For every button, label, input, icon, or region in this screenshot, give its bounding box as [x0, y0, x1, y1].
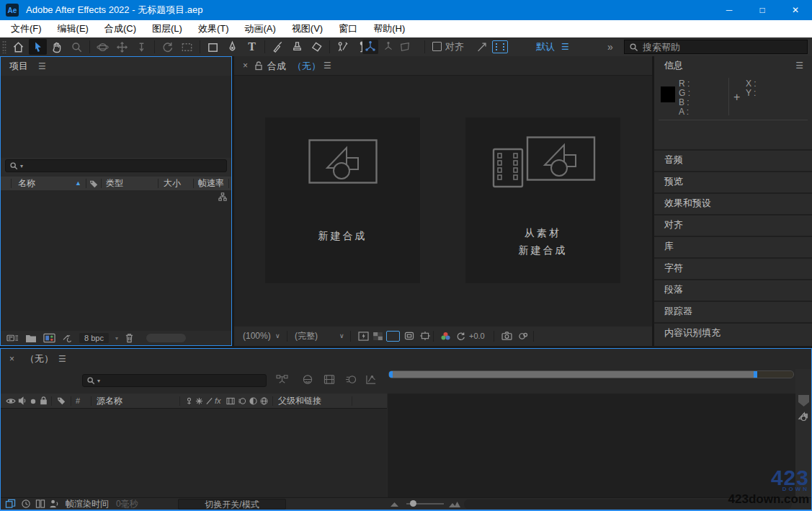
sort-ascending-icon[interactable]: ▲ — [75, 177, 81, 190]
fast-previews-icon[interactable] — [358, 332, 369, 341]
trash-icon[interactable] — [125, 333, 134, 343]
world-axis-mode-button[interactable] — [382, 40, 395, 53]
timeline-panel-menu-icon[interactable]: ☰ — [58, 349, 66, 369]
composition-tab-label[interactable]: 合成 — [267, 56, 286, 76]
project-panel-menu-icon[interactable]: ☰ — [38, 57, 46, 76]
timeline-tab-close-icon[interactable]: × — [9, 349, 14, 369]
clone-stamp-tool[interactable] — [288, 39, 306, 55]
exposure-value[interactable]: +0.0 — [469, 326, 485, 346]
new-composition-from-footage-tile[interactable]: 从素材 新建合成 — [465, 117, 620, 283]
column-type[interactable]: 类型 — [106, 177, 123, 190]
in-out-columns-icon[interactable] — [35, 499, 45, 509]
home-tool[interactable] — [9, 39, 27, 55]
capture-region-button[interactable] — [492, 40, 508, 53]
label-color-column-icon[interactable] — [89, 179, 98, 188]
panel-tab-align[interactable]: 对齐 — [654, 214, 812, 234]
panel-tab-paragraph[interactable]: 段落 — [654, 279, 812, 299]
timeline-layer-list-area[interactable] — [1, 409, 387, 497]
maximize-button[interactable]: □ — [746, 0, 779, 20]
eraser-tool[interactable] — [308, 39, 326, 55]
label-column-icon[interactable] — [57, 396, 66, 405]
menu-composition[interactable]: 合成(C) — [97, 20, 144, 37]
camera-roi-tool[interactable] — [178, 39, 196, 55]
footer-scrollbar-thumb[interactable] — [146, 334, 186, 342]
toggle-switches-modes-button[interactable]: 切换开关/模式 — [178, 499, 286, 510]
close-button[interactable]: ✕ — [779, 0, 812, 20]
flowchart-icon[interactable] — [218, 192, 227, 201]
frame-blending-icon[interactable] — [324, 374, 335, 385]
snapshot-camera-icon[interactable] — [501, 332, 512, 340]
panel-tab-tracker[interactable]: 跟踪器 — [654, 301, 812, 321]
view-axis-mode-button[interactable] — [398, 40, 411, 53]
region-of-interest-button[interactable] — [386, 331, 400, 342]
lock-icon[interactable] — [254, 61, 263, 71]
crop-region-icon[interactable] — [420, 332, 430, 340]
panel-tab-character[interactable]: 字符 — [654, 257, 812, 277]
selection-tool[interactable] — [29, 39, 47, 55]
zoom-tool[interactable] — [68, 39, 86, 55]
new-folder-icon[interactable] — [25, 334, 37, 343]
text-tool[interactable]: T — [243, 39, 261, 55]
workspace-menu-icon[interactable]: ☰ — [561, 37, 569, 56]
bit-depth-button[interactable]: 8 bpc — [79, 333, 109, 343]
audio-speaker-icon[interactable] — [18, 396, 27, 405]
composition-panel-menu-icon[interactable]: ☰ — [324, 56, 331, 76]
panel-tab-content-aware-fill[interactable]: 内容识别填充 — [654, 322, 812, 342]
tab-close-icon[interactable]: × — [243, 56, 248, 76]
proxy-icon[interactable] — [62, 334, 73, 343]
column-name[interactable]: 名称 — [18, 177, 35, 190]
project-search-box[interactable]: ▾ — [5, 159, 227, 172]
timeline-search-box[interactable]: ▾ — [82, 374, 267, 387]
local-axis-mode-button[interactable] — [362, 40, 378, 54]
menu-layer[interactable]: 图层(L) — [144, 20, 190, 37]
exposure-reset-icon[interactable] — [456, 332, 465, 341]
panel-tab-preview[interactable]: 预览 — [654, 171, 812, 191]
magnification-dropdown-icon[interactable]: ∨ — [275, 326, 280, 346]
channel-wheel-icon[interactable] — [440, 332, 451, 341]
roto-brush-tool[interactable] — [334, 39, 352, 55]
workspace-label[interactable]: 默认 — [536, 37, 555, 56]
resolution-dropdown[interactable]: (完整) — [295, 326, 318, 346]
timeline-zoom-slider-knob[interactable] — [410, 500, 416, 507]
column-framerate[interactable]: 帧速率 — [198, 177, 224, 190]
mask-visibility-icon[interactable] — [404, 332, 414, 340]
source-name-column[interactable]: 源名称 — [97, 394, 122, 409]
workspace-overflow-chevrons[interactable]: » — [607, 37, 613, 56]
lock-column-icon[interactable] — [40, 396, 48, 405]
menu-animation[interactable]: 动画(A) — [237, 20, 284, 37]
new-composition-tile[interactable]: 新建合成 — [265, 117, 420, 283]
zoom-out-mountain-icon[interactable] — [391, 502, 398, 507]
panel-tab-libraries[interactable]: 库 — [654, 236, 812, 256]
composition-tab-suffix[interactable]: （无） — [293, 56, 321, 76]
index-column-label[interactable]: # — [76, 394, 80, 409]
menu-view[interactable]: 视图(V) — [284, 20, 331, 37]
list-view-icon[interactable] — [6, 333, 19, 343]
parent-link-column[interactable]: 父级和链接 — [278, 394, 321, 409]
zoom-in-mountains-icon[interactable] — [449, 501, 460, 508]
comp-marker-bin-icon[interactable] — [798, 411, 809, 422]
composition-mini-flowchart-icon[interactable] — [276, 374, 288, 385]
motion-blur-icon[interactable] — [345, 374, 357, 385]
panel-tab-audio[interactable]: 音频 — [654, 149, 812, 169]
rectangle-tool[interactable] — [204, 39, 222, 55]
info-panel-menu-icon[interactable]: ☰ — [795, 56, 803, 75]
mask-shape-icon[interactable] — [476, 40, 488, 53]
menu-file[interactable]: 文件(F) — [3, 20, 50, 37]
timeline-tab-label[interactable]: （无） — [25, 349, 53, 369]
dolly-camera-tool[interactable] — [133, 39, 151, 55]
graph-editor-icon[interactable] — [365, 374, 377, 385]
resolution-dropdown-icon[interactable]: ∨ — [339, 326, 344, 346]
video-eye-icon[interactable] — [6, 397, 16, 405]
pan-camera-tool[interactable] — [113, 39, 131, 55]
column-size[interactable]: 大小 — [164, 177, 181, 190]
interpret-footage-icon[interactable] — [43, 333, 55, 343]
audio-person-icon[interactable] — [49, 499, 59, 509]
navigator-bar[interactable] — [393, 371, 754, 378]
menu-window[interactable]: 窗口 — [331, 20, 365, 37]
help-search-input[interactable] — [643, 42, 787, 53]
render-flow-icon[interactable] — [21, 499, 31, 509]
project-item-list[interactable] — [1, 190, 231, 331]
hand-tool[interactable] — [48, 39, 66, 55]
rotate-tool[interactable] — [159, 39, 177, 55]
navigator-end-handle[interactable] — [754, 371, 757, 378]
